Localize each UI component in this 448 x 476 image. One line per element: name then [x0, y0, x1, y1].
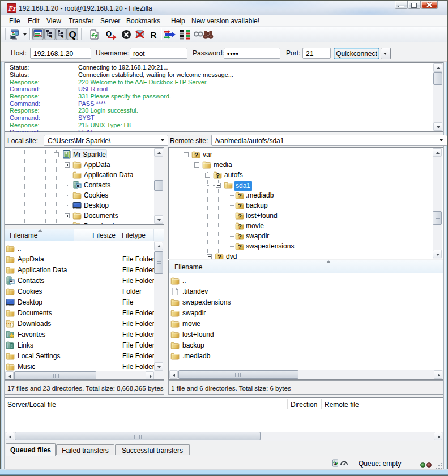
svg-text:Fz: Fz [8, 5, 16, 12]
svg-text:A: A [334, 462, 336, 466]
svg-text:Q: Q [69, 29, 76, 40]
svg-text:L: L [51, 35, 54, 40]
svg-text:Q: Q [106, 29, 112, 38]
svg-text:R: R [151, 30, 157, 40]
svg-text:F: F [62, 35, 65, 40]
